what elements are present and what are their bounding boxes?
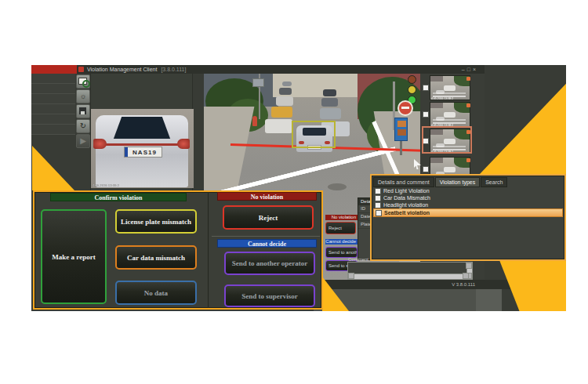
parked-car-white [265, 119, 292, 133]
close-icon[interactable]: × [473, 67, 478, 72]
history-button[interactable]: ↻ [76, 119, 90, 133]
thumbnail-image[interactable]: 4.05.2016 13:38:2 [430, 102, 470, 127]
violation-type-label: Red Light Violation [383, 188, 430, 194]
left-panel-row[interactable] [31, 84, 75, 94]
left-panel-row[interactable] [31, 125, 75, 135]
scroll-up-icon[interactable] [466, 263, 472, 269]
left-panel-row[interactable] [31, 74, 75, 84]
manhole [328, 183, 347, 190]
left-panel-row[interactable] [31, 114, 75, 125]
make-report-button[interactable]: Make a report [41, 209, 107, 304]
photo-timestamp: 4.05.2016 13:38:2 [93, 184, 119, 187]
decision-panel: Confirm violation Make a report License … [33, 190, 323, 310]
info-kiosk [394, 118, 408, 141]
app-icon [78, 67, 84, 72]
section-divider [212, 236, 320, 237]
violation-type-row[interactable]: Car Data Mismatch [373, 194, 563, 201]
violation-type-label: Car Data Mismatch [383, 195, 430, 201]
thumbnail-checkbox[interactable] [423, 111, 429, 118]
tail-light-left [93, 139, 107, 149]
license-plate: NAS19 [124, 147, 162, 158]
car-data-mismatch-button[interactable]: Car data mismatch [115, 245, 197, 270]
violation-type-row-highlighted[interactable]: Seatbelt violation [373, 208, 563, 217]
parked-car [323, 89, 336, 96]
window-title: Violation Management Client [87, 67, 157, 72]
violation-dot-icon [466, 103, 470, 107]
street-sign [252, 78, 264, 87]
thumbnail-image[interactable]: 4.05.2016 13:38:2 [430, 75, 470, 100]
toolbar: ☼ ↻ ▶ [75, 74, 90, 191]
thumbnail-checkbox[interactable] [423, 85, 429, 91]
image-search-button[interactable] [76, 74, 90, 89]
detection-box [292, 121, 336, 148]
cannot-decide-header: Cannot decide [217, 239, 317, 248]
app-version-label: V 3.8.0.111 [452, 282, 475, 287]
parked-car [276, 96, 293, 106]
checkbox-icon[interactable] [375, 202, 381, 208]
checkbox-icon[interactable] [375, 188, 381, 194]
reject-button[interactable]: Reject [223, 205, 314, 230]
history-icon: ↻ [80, 121, 86, 130]
parked-car [279, 88, 292, 95]
confirm-violation-header: Confirm violation [50, 193, 187, 201]
minimize-icon[interactable]: – [462, 67, 467, 72]
comment-textarea[interactable] [347, 262, 473, 280]
play-button[interactable]: ▶ [76, 134, 90, 148]
left-panel-row[interactable] [31, 104, 75, 114]
status-bar: V 3.8.0.111 [323, 280, 521, 289]
parked-van-yellow [271, 107, 292, 118]
violation-type-label: Headlight violation [383, 202, 428, 208]
thumbnail-timestamp: 4.05.2016 13:38:2 [431, 97, 453, 100]
thumbnail-checkbox[interactable] [423, 166, 429, 172]
mini-send-operator-button[interactable]: Send to another operator [325, 247, 358, 258]
scroll-left-icon[interactable] [348, 273, 354, 279]
tab-search[interactable]: Search [481, 177, 507, 187]
violation-type-list: Red Light Violation Car Data Mismatch He… [373, 187, 563, 217]
left-panel-row[interactable] [31, 94, 75, 104]
send-supervisor-button[interactable]: Send to supervisor [224, 284, 315, 307]
violation-type-row[interactable]: Headlight violation [373, 201, 563, 208]
panel-divider [208, 192, 209, 308]
selected-thumbnail-frame [422, 126, 472, 154]
violation-type-label: Seatbelt violation [384, 210, 430, 216]
license-plate-mismatch-button[interactable]: License plate mismatch [115, 209, 197, 234]
red-light [408, 75, 416, 84]
save-button[interactable] [76, 104, 90, 118]
parked-car [321, 98, 338, 107]
titlebar-red-stripe [31, 65, 77, 74]
maximize-icon[interactable]: □ [467, 67, 473, 72]
tab-violation-types[interactable]: Violation types [435, 177, 480, 187]
no-violation-header: No violation [217, 192, 317, 201]
fire-hydrant [252, 116, 257, 126]
save-icon-label [81, 111, 85, 114]
checkbox-icon[interactable] [376, 210, 382, 216]
parked-van-gray [320, 108, 341, 119]
vehicle-photo[interactable]: NAS19 4.05.2016 13:38:2 [91, 109, 194, 188]
no-entry-sign [397, 100, 413, 116]
lower-panel-light [476, 289, 502, 311]
marketing-canvas: Violation Management Client[3.8.0.111] –… [0, 0, 588, 384]
tab-details-and-comment[interactable]: Details and comment [373, 177, 434, 187]
mini-no-violation-header: No violation [325, 215, 358, 220]
no-data-button[interactable]: No data [115, 281, 197, 305]
play-icon: ▶ [80, 136, 86, 145]
mini-cannot-decide-header: Cannot decide [325, 239, 358, 245]
settings-button[interactable]: ☼ [76, 89, 90, 103]
violation-dot-icon [466, 158, 470, 162]
parked-car [282, 82, 292, 86]
mini-reject-button[interactable]: Reject [325, 222, 356, 234]
kiosk-pole [400, 141, 402, 155]
checkbox-icon[interactable] [375, 195, 381, 201]
gear-icon: ☼ [79, 92, 86, 100]
window-titlebar: Violation Management Client[3.8.0.111] –… [31, 65, 485, 74]
window-version: [3.8.0.111] [161, 67, 186, 72]
horizontal-scrollbar[interactable] [348, 274, 469, 279]
magnifier-icon [82, 80, 90, 88]
scroll-right-icon[interactable] [463, 273, 469, 279]
violation-type-row[interactable]: Red Light Violation [373, 187, 563, 194]
violation-dot-icon [466, 77, 470, 81]
violation-types-panel: Details and comment Violation types Sear… [370, 174, 566, 261]
yellow-light [408, 85, 416, 94]
tail-light-right [177, 139, 190, 149]
send-operator-button[interactable]: Send to another operator [224, 252, 315, 275]
